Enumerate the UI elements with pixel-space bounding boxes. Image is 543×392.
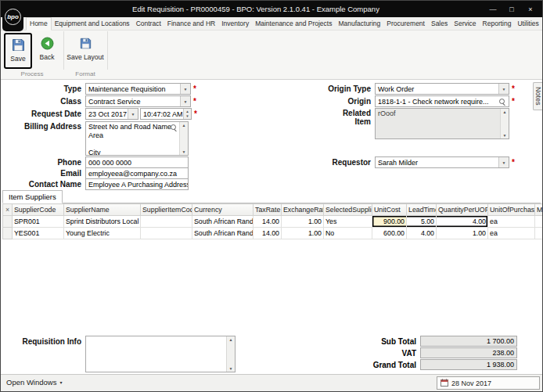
- grid-header-selectedsupplier[interactable]: SelectedSupplier: [324, 204, 372, 216]
- tab-finance-and-hr[interactable]: Finance and HR: [164, 18, 218, 30]
- grid-header-unitcost[interactable]: UnitCost: [372, 204, 407, 216]
- cell-taxrate[interactable]: 14.00: [254, 216, 282, 228]
- cell-suppliercode[interactable]: YES001: [13, 228, 64, 239]
- tab-manufacturing[interactable]: Manufacturing: [335, 18, 383, 30]
- table-row[interactable]: SPR001 Sprint Distributors Local South A…: [3, 216, 543, 228]
- scroll-down-icon[interactable]: ▼: [182, 149, 186, 155]
- tab-reporting[interactable]: Reporting: [480, 18, 515, 30]
- tab-sales[interactable]: Sales: [428, 18, 451, 30]
- chevron-down-icon[interactable]: ▼: [128, 109, 138, 119]
- cell-leadtime-selected[interactable]: 5.00: [407, 216, 437, 228]
- cell-selectedsupplier[interactable]: Yes: [324, 216, 372, 228]
- requestor-select[interactable]: Sarah Milder ▼: [375, 156, 509, 168]
- email-label: Email: [1, 169, 85, 178]
- cell-suppliercode[interactable]: SPR001: [13, 216, 64, 228]
- requisition-info-scrollbar[interactable]: ▲▼: [226, 336, 235, 372]
- scroll-up-icon[interactable]: ▲: [182, 122, 186, 128]
- request-time-input[interactable]: 10:47:02 AM ▲▼: [140, 108, 192, 120]
- scroll-up-icon[interactable]: ▲: [229, 336, 233, 343]
- origin-value: 1818-1-1 - Check network require...: [378, 98, 489, 106]
- grid-header-unitofpurchase[interactable]: UnitOfPurchase: [488, 204, 535, 216]
- grid-header-exchangerate[interactable]: ExchangeRate: [282, 204, 324, 216]
- app-window: Edit Requisition - PR0000459 - BPO: Vers…: [0, 0, 543, 392]
- save-layout-button[interactable]: Save Layout: [67, 33, 104, 69]
- open-windows-label: Open Windows: [6, 378, 56, 387]
- tab-home[interactable]: Home: [26, 17, 52, 31]
- billing-address-input[interactable]: Street No and Road Name Area City ▲▼: [85, 121, 189, 156]
- cell-exchangerate[interactable]: 1.00: [282, 228, 324, 239]
- cell-currency[interactable]: South African Rand: [192, 228, 254, 239]
- type-label: Type: [1, 85, 85, 93]
- phone-input[interactable]: 000 000 0000: [85, 156, 189, 168]
- tab-utilities[interactable]: Utilities: [514, 18, 541, 30]
- open-windows-menu[interactable]: Open Windows ▾: [6, 378, 62, 387]
- maximize-button[interactable]: □: [502, 2, 521, 16]
- class-select[interactable]: Contract Service ▼: [85, 95, 191, 107]
- cell-unitofpurchase[interactable]: ea: [488, 228, 535, 239]
- grid-header-supplieritemcode[interactable]: SupplierItemCode: [141, 204, 192, 216]
- origin-type-select[interactable]: Work Order ▼: [375, 83, 509, 95]
- grid-header-taxrate[interactable]: TaxRate: [254, 204, 282, 216]
- request-date-input[interactable]: 23 Oct 2017 ▼: [85, 108, 138, 120]
- chevron-down-icon[interactable]: ▼: [498, 157, 509, 167]
- scroll-down-icon[interactable]: ▼: [229, 365, 233, 372]
- tab-procurement[interactable]: Procurement: [383, 18, 428, 30]
- save-layout-icon: [80, 35, 92, 52]
- save-button[interactable]: Save: [4, 33, 32, 69]
- cell-unitcost-selected[interactable]: 900.00: [372, 216, 407, 228]
- cell-quantityperuop[interactable]: 1.00: [437, 228, 488, 239]
- grid-header-leadtime[interactable]: LeadTime: [407, 204, 437, 216]
- table-row[interactable]: YES001 Young Electric South African Rand…: [3, 228, 543, 239]
- grid-header-suppliercode[interactable]: SupplierCode: [13, 204, 64, 216]
- cell-leadtime[interactable]: 4.00: [407, 228, 437, 239]
- back-button[interactable]: Back: [34, 33, 60, 69]
- chevron-down-icon[interactable]: ▼: [180, 84, 190, 94]
- cell-selectedsupplier[interactable]: No: [324, 228, 372, 239]
- related-item-row: Related Item rOoof ▲▼: [300, 108, 509, 139]
- grid-header-suppliername[interactable]: SupplierName: [64, 204, 141, 216]
- scroll-down-icon[interactable]: ▼: [503, 132, 507, 138]
- cell-quantityperuop-selected[interactable]: 4.00: [437, 216, 488, 228]
- grid-header-m[interactable]: M: [535, 204, 543, 216]
- cell-exchangerate[interactable]: 1.00: [282, 216, 324, 228]
- tab-service[interactable]: Service: [451, 18, 479, 30]
- type-select[interactable]: Maintenance Requisition ▼: [85, 83, 191, 95]
- minimize-button[interactable]: —: [484, 2, 502, 16]
- contact-name-label: Contact Name: [1, 180, 85, 189]
- billing-address-scrollbar[interactable]: ▲▼: [179, 122, 188, 155]
- related-item-scrollbar[interactable]: ▲▼: [500, 109, 509, 138]
- cell-currency[interactable]: South African Rand: [192, 216, 254, 228]
- cell-suppliername[interactable]: Young Electric: [64, 228, 141, 239]
- time-spinner[interactable]: ▲▼: [183, 109, 192, 119]
- contact-name-input[interactable]: Employee A Purchasing Address: [85, 178, 189, 190]
- cell-m[interactable]: [535, 228, 543, 239]
- chevron-down-icon[interactable]: ▼: [180, 96, 190, 106]
- status-date-picker[interactable]: 28 Nov 2017: [437, 376, 540, 390]
- cell-m[interactable]: [535, 216, 543, 228]
- spinner-down-icon[interactable]: ▼: [184, 114, 192, 120]
- chevron-down-icon[interactable]: ▼: [498, 84, 509, 94]
- cell-unitofpurchase[interactable]: ea: [488, 216, 535, 228]
- cell-supplieritemcode[interactable]: [141, 228, 192, 239]
- tab-equipment-and-locations[interactable]: Equipment and Locations: [52, 18, 133, 30]
- tab-inventory[interactable]: Inventory: [218, 18, 252, 30]
- origin-input[interactable]: 1818-1-1 - Check network require...: [375, 95, 509, 107]
- grid-header-quantityperuop[interactable]: QuantityPerUOP: [437, 204, 488, 216]
- close-button[interactable]: ×: [521, 2, 540, 16]
- cell-supplieritemcode[interactable]: [141, 216, 192, 228]
- scroll-up-icon[interactable]: ▲: [503, 109, 507, 115]
- tab-maintenance-and-projects[interactable]: Maintenance and Projects: [252, 18, 335, 30]
- requisition-info-input[interactable]: ▲▼: [85, 336, 236, 372]
- cell-suppliername[interactable]: Sprint Distributors Local: [64, 216, 141, 228]
- email-input[interactable]: employeea@company.co.za: [85, 167, 189, 179]
- required-marker: *: [512, 85, 515, 93]
- notes-side-tab[interactable]: Notes: [533, 82, 542, 110]
- tab-item-suppliers[interactable]: Item Suppliers: [2, 190, 63, 203]
- search-icon[interactable]: [170, 124, 178, 131]
- related-item-field[interactable]: rOoof ▲▼: [375, 108, 509, 139]
- tab-contract[interactable]: Contract: [133, 18, 164, 30]
- search-icon[interactable]: [498, 98, 506, 106]
- cell-taxrate[interactable]: 14.00: [254, 228, 282, 239]
- grid-header-currency[interactable]: Currency: [192, 204, 254, 216]
- cell-unitcost[interactable]: 600.00: [372, 228, 407, 239]
